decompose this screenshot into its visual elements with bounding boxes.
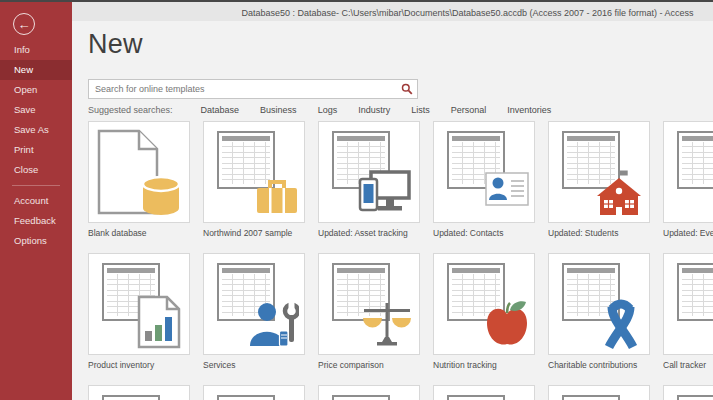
template-cell: Updated: Students bbox=[548, 121, 650, 238]
backstage-sidebar: ← InfoNewOpenSaveSave AsPrintCloseAccoun… bbox=[0, 2, 72, 400]
template-cell: Updated: Event management bbox=[663, 121, 713, 238]
template-cell bbox=[88, 385, 190, 400]
template-cell: Price comparison bbox=[318, 253, 420, 370]
search-input[interactable] bbox=[89, 80, 397, 98]
sidebar-item-info[interactable]: Info bbox=[0, 40, 72, 60]
template-label: Northwind 2007 sample bbox=[203, 228, 305, 238]
template-cell: Charitable contributions bbox=[548, 253, 650, 370]
ribbon-icon bbox=[601, 299, 641, 351]
template-cell bbox=[433, 385, 535, 400]
template-tile-price-comparison[interactable] bbox=[318, 253, 420, 355]
sidebar-item-feedback[interactable]: Feedback bbox=[0, 211, 72, 231]
template-tile-services[interactable] bbox=[203, 253, 305, 355]
suggested-link-personal[interactable]: Personal bbox=[451, 105, 487, 115]
search-icon[interactable] bbox=[397, 80, 417, 98]
spreadsheet-icon bbox=[217, 395, 275, 400]
spreadsheet-icon bbox=[447, 395, 505, 400]
suggested-link-inventories[interactable]: Inventories bbox=[507, 105, 551, 115]
template-cell bbox=[663, 385, 713, 400]
template-cell: Call tracker bbox=[663, 253, 713, 370]
suggested-link-logs[interactable]: Logs bbox=[318, 105, 338, 115]
suggested-searches-label: Suggested searches: bbox=[88, 105, 173, 115]
template-tile[interactable] bbox=[548, 385, 650, 400]
spreadsheet-icon bbox=[677, 131, 713, 189]
template-cell: Nutrition tracking bbox=[433, 253, 535, 370]
template-tile-updated-students[interactable] bbox=[548, 121, 650, 223]
page-title: New bbox=[88, 29, 143, 60]
template-row: Product inventoryServicesPrice compariso… bbox=[88, 253, 713, 385]
template-tile[interactable] bbox=[88, 385, 190, 400]
titlebar: Database50 : Database- C:\Users\mibar\Do… bbox=[72, 2, 713, 21]
template-tile-product-inventory[interactable] bbox=[88, 253, 190, 355]
template-cell: Updated: Asset tracking bbox=[318, 121, 420, 238]
template-grid: Blank databaseNorthwind 2007 sampleUpdat… bbox=[88, 121, 713, 400]
template-tile-updated-event-management[interactable] bbox=[663, 121, 713, 223]
template-tile-updated-asset-tracking[interactable] bbox=[318, 121, 420, 223]
sidebar-item-account[interactable]: Account bbox=[0, 191, 72, 211]
sidebar-item-print[interactable]: Print bbox=[0, 140, 72, 160]
template-cell bbox=[318, 385, 420, 400]
suggested-searches: Suggested searches:DatabaseBusinessLogsI… bbox=[88, 105, 572, 115]
template-row: Blank databaseNorthwind 2007 sampleUpdat… bbox=[88, 121, 713, 253]
template-tile-blank-database[interactable] bbox=[88, 121, 190, 223]
sidebar-item-options[interactable]: Options bbox=[0, 231, 72, 251]
spreadsheet-icon bbox=[102, 395, 160, 400]
template-tile-nutrition-tracking[interactable] bbox=[433, 253, 535, 355]
template-label: Price comparison bbox=[318, 360, 420, 370]
template-row bbox=[88, 385, 713, 400]
balance-scale-icon bbox=[361, 299, 413, 349]
template-tile[interactable] bbox=[663, 385, 713, 400]
template-tile[interactable] bbox=[318, 385, 420, 400]
back-arrow-icon[interactable]: ← bbox=[13, 13, 35, 35]
person-tools-icon bbox=[247, 300, 299, 348]
template-label: Updated: Asset tracking bbox=[318, 228, 420, 238]
template-tile[interactable] bbox=[433, 385, 535, 400]
template-cell: Services bbox=[203, 253, 305, 370]
template-cell bbox=[548, 385, 650, 400]
sidebar-divider bbox=[12, 185, 60, 186]
template-tile-updated-contacts[interactable] bbox=[433, 121, 535, 223]
template-label: Call tracker bbox=[663, 360, 713, 370]
contact-card-icon bbox=[485, 172, 529, 206]
template-label: Services bbox=[203, 360, 305, 370]
devices-icon bbox=[358, 169, 412, 215]
sidebar-item-save[interactable]: Save bbox=[0, 100, 72, 120]
bar-chart-page-icon bbox=[137, 295, 181, 349]
database-page-icon bbox=[95, 128, 185, 216]
template-cell: Blank database bbox=[88, 121, 190, 238]
template-label: Product inventory bbox=[88, 360, 190, 370]
spreadsheet-icon bbox=[677, 395, 713, 400]
template-tile-northwind-2007-sample[interactable] bbox=[203, 121, 305, 223]
template-cell: Updated: Contacts bbox=[433, 121, 535, 238]
spreadsheet-icon bbox=[332, 395, 390, 400]
suggested-link-business[interactable]: Business bbox=[260, 105, 297, 115]
sidebar-item-open[interactable]: Open bbox=[0, 80, 72, 100]
suggested-links: DatabaseBusinessLogsIndustryListsPersona… bbox=[201, 105, 573, 115]
briefcase-icon bbox=[254, 175, 300, 215]
suggested-link-industry[interactable]: Industry bbox=[358, 105, 390, 115]
template-tile-call-tracker[interactable] bbox=[663, 253, 713, 355]
school-icon bbox=[595, 170, 643, 216]
template-cell: Product inventory bbox=[88, 253, 190, 370]
template-tile[interactable] bbox=[203, 385, 305, 400]
sidebar-item-close[interactable]: Close bbox=[0, 160, 72, 180]
window-title: Database50 : Database- C:\Users\mibar\Do… bbox=[241, 8, 693, 18]
template-label: Updated: Event management bbox=[663, 228, 713, 238]
template-tile-charitable-contributions[interactable] bbox=[548, 253, 650, 355]
spreadsheet-icon bbox=[677, 263, 713, 321]
sidebar-item-save-as[interactable]: Save As bbox=[0, 120, 72, 140]
template-search-box bbox=[88, 79, 418, 99]
template-label: Updated: Contacts bbox=[433, 228, 535, 238]
sidebar-item-new[interactable]: New bbox=[0, 60, 72, 80]
template-cell: Northwind 2007 sample bbox=[203, 121, 305, 238]
backstage-content: New Suggested searches:DatabaseBusinessL… bbox=[72, 21, 713, 400]
template-label: Nutrition tracking bbox=[433, 360, 535, 370]
template-label: Blank database bbox=[88, 228, 190, 238]
suggested-link-lists[interactable]: Lists bbox=[411, 105, 430, 115]
sidebar-menu: InfoNewOpenSaveSave AsPrintCloseAccountF… bbox=[0, 40, 72, 251]
access-backstage-window: Database50 : Database- C:\Users\mibar\Do… bbox=[0, 0, 713, 400]
template-label: Charitable contributions bbox=[548, 360, 650, 370]
template-label: Updated: Students bbox=[548, 228, 650, 238]
template-cell bbox=[203, 385, 305, 400]
suggested-link-database[interactable]: Database bbox=[201, 105, 240, 115]
